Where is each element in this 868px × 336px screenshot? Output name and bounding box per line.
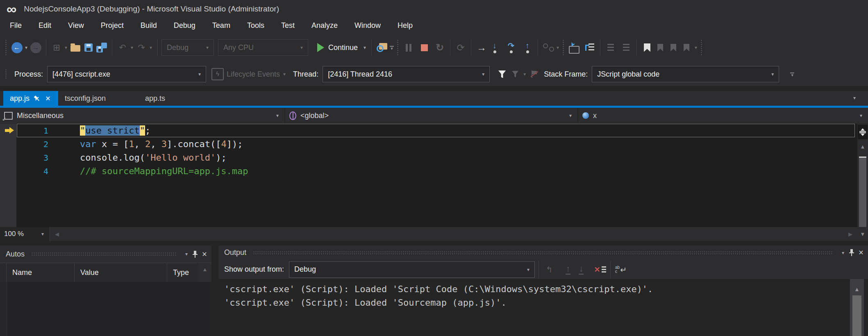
toolbar-grip[interactable] <box>562 39 564 56</box>
show-next-statement-button[interactable]: → <box>475 41 488 54</box>
scrollbar-thumb[interactable] <box>852 295 861 336</box>
comment-lines-button[interactable] <box>620 41 633 54</box>
pin-tab-icon[interactable] <box>33 95 41 102</box>
output-title-bar[interactable]: Output <box>218 245 868 260</box>
type-dropdown[interactable]: <global> <box>285 108 578 123</box>
close-panel-icon[interactable] <box>201 250 208 258</box>
scroll-down-icon[interactable]: ▼ <box>857 227 868 241</box>
breakpoints-window-button[interactable] <box>542 41 555 54</box>
scrollbar-thumb[interactable] <box>859 157 866 227</box>
toggle-bookmark-button[interactable] <box>641 41 654 54</box>
tab-app-js[interactable]: app.js <box>3 91 58 106</box>
scroll-right-icon[interactable]: ▶ <box>843 227 857 241</box>
zoom-level-select[interactable]: 100 % <box>0 227 50 241</box>
tab-list-dropdown-icon[interactable] <box>852 95 857 101</box>
autos-title-bar[interactable]: Autos <box>0 245 211 263</box>
toolbar-overflow-button[interactable] <box>389 46 395 49</box>
next-bookmark-button[interactable] <box>667 41 680 54</box>
previous-bookmark-button[interactable] <box>654 41 667 54</box>
pin-panel-icon[interactable] <box>193 251 198 258</box>
continue-dropdown-icon[interactable] <box>362 45 368 50</box>
project-dropdown[interactable]: Miscellaneous <box>0 108 285 123</box>
window-position-dropdown-icon[interactable] <box>840 250 846 256</box>
apply-code-changes-button[interactable]: ⟳ <box>454 41 467 54</box>
clear-bookmarks-button[interactable] <box>680 41 693 54</box>
menu-analyze[interactable]: Analyze <box>311 21 338 30</box>
redo-button[interactable]: ↷ <box>135 41 148 54</box>
menu-view[interactable]: View <box>68 21 84 30</box>
output-source-select[interactable]: Debug <box>289 261 535 278</box>
menu-help[interactable]: Help <box>398 21 413 30</box>
undo-button[interactable]: ↶ <box>116 41 129 54</box>
member-dropdown[interactable]: x <box>578 108 868 123</box>
navigate-back-button[interactable]: ← <box>10 41 23 54</box>
column-header-name[interactable]: Name <box>7 263 75 282</box>
process-select[interactable]: [4476] cscript.exe <box>47 66 206 82</box>
column-header-type[interactable]: Type <box>167 263 198 282</box>
autos-table-body[interactable] <box>0 282 211 336</box>
filter-dropdown-icon[interactable] <box>522 71 527 77</box>
continue-button[interactable]: Continue <box>328 43 358 52</box>
step-into-button[interactable]: ↓ <box>488 41 501 54</box>
toggle-flagged-icon[interactable] <box>527 67 541 81</box>
menu-edit[interactable]: Edit <box>39 21 51 30</box>
output-log[interactable]: 'cscript.exe' (Script): Loaded 'Script C… <box>218 279 868 336</box>
panel-drag-texture[interactable] <box>253 251 834 255</box>
redo-dropdown-icon[interactable] <box>148 45 154 50</box>
save-all-button[interactable] <box>95 41 108 54</box>
undo-dropdown-icon[interactable] <box>129 45 135 50</box>
pin-panel-icon[interactable] <box>849 249 854 256</box>
panel-splitter[interactable] <box>211 245 218 336</box>
breakpoint-margin[interactable] <box>0 124 16 227</box>
menu-test[interactable]: Test <box>281 21 295 30</box>
column-header-value[interactable]: Value <box>75 263 167 282</box>
menu-debug[interactable]: Debug <box>174 21 195 30</box>
panel-drag-texture[interactable] <box>31 252 177 256</box>
navigate-forward-button[interactable]: → <box>29 41 42 54</box>
attach-to-process-button[interactable] <box>375 41 389 54</box>
new-project-button[interactable]: ⊞ <box>50 41 63 54</box>
lifecycle-events-button[interactable]: Lifecycle Events <box>227 70 280 79</box>
solution-configuration-select[interactable]: Debug <box>161 39 214 56</box>
navigate-back-dropdown-icon[interactable] <box>23 45 29 50</box>
clear-all-button[interactable]: ✕ <box>593 263 607 277</box>
new-project-dropdown-icon[interactable] <box>63 45 69 50</box>
open-file-button[interactable] <box>69 41 82 54</box>
save-button[interactable] <box>82 41 95 54</box>
break-all-button[interactable] <box>402 41 415 54</box>
toolbar-grip[interactable] <box>700 39 702 56</box>
step-out-button[interactable]: ↑ <box>521 41 534 54</box>
menu-build[interactable]: Build <box>141 21 157 30</box>
window-position-dropdown-icon[interactable] <box>184 251 189 257</box>
menu-window[interactable]: Window <box>354 21 381 30</box>
stack-frame-select[interactable]: JScript global code <box>592 66 779 82</box>
close-tab-icon[interactable] <box>44 95 52 102</box>
restart-button[interactable]: ↻ <box>433 41 446 54</box>
stop-debugging-button[interactable] <box>418 41 431 54</box>
solution-platform-select[interactable]: Any CPU <box>218 39 308 56</box>
show-threads-in-source-button[interactable] <box>568 41 581 54</box>
lifecycle-dropdown-icon[interactable] <box>282 71 287 77</box>
scroll-up-icon[interactable]: ▲ <box>857 143 868 150</box>
tab-tsconfig-json[interactable]: tsconfig.json <box>58 91 130 106</box>
thread-select[interactable]: [2416] Thread 2416 <box>323 66 490 82</box>
toggle-word-wrap-button[interactable]: abc↵ <box>614 263 627 277</box>
close-panel-icon[interactable] <box>857 249 865 257</box>
menu-file[interactable]: File <box>10 21 22 30</box>
find-message-in-code-button[interactable] <box>543 263 556 277</box>
vertical-scrollbar[interactable]: ▲ <box>857 124 868 227</box>
toolbar-grip[interactable] <box>5 69 7 79</box>
breakpoints-dropdown-icon[interactable] <box>555 45 561 50</box>
filter-flagged-threads-icon[interactable] <box>509 67 522 81</box>
menu-team[interactable]: Team <box>212 21 230 30</box>
indent-lines-button[interactable] <box>604 41 617 54</box>
menu-tools[interactable]: Tools <box>247 21 264 30</box>
step-over-button[interactable]: ↷ <box>504 41 518 54</box>
autos-scrollbar[interactable] <box>198 263 211 282</box>
code-editor[interactable]: 1 "use strict"; 2 var x = [1, 2, 3].conc… <box>0 124 868 227</box>
next-message-button[interactable]: ↓ <box>575 263 588 277</box>
tab-app-ts[interactable]: app.ts <box>139 91 172 106</box>
scroll-left-icon[interactable]: ◀ <box>50 227 64 241</box>
filter-threads-icon[interactable] <box>495 67 509 81</box>
toolbar-grip[interactable] <box>5 39 7 56</box>
